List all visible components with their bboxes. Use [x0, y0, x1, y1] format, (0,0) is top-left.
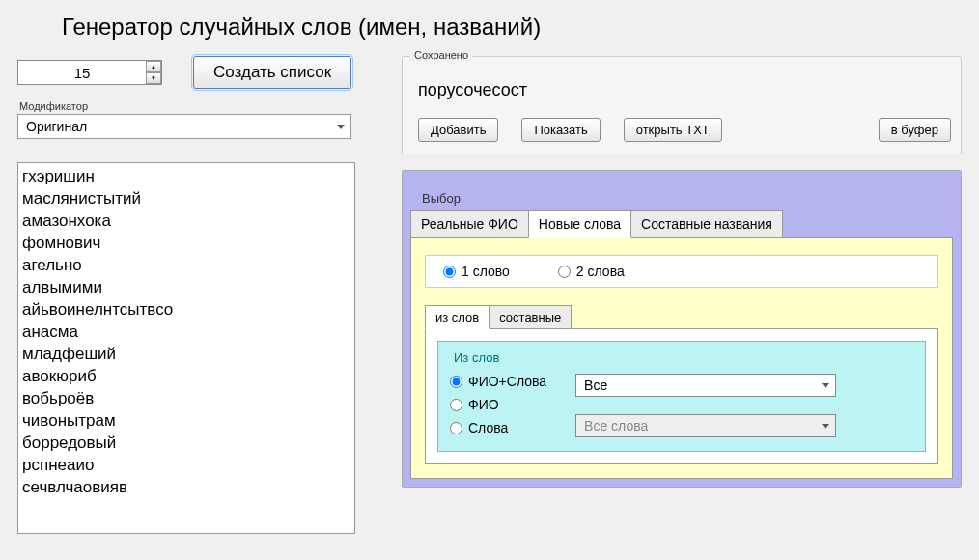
- list-item[interactable]: младфеший: [22, 343, 350, 365]
- tab-body-new-words: 1 слово 2 слова из слов составные Из сло…: [410, 237, 953, 479]
- list-item[interactable]: вобьроёв: [22, 387, 350, 409]
- modifier-label: Модификатор: [19, 100, 394, 112]
- list-item[interactable]: агельно: [22, 254, 350, 276]
- radio-fio-input[interactable]: [450, 399, 462, 411]
- list-item[interactable]: сечвлчаовияв: [22, 476, 350, 498]
- list-item[interactable]: алвымими: [22, 276, 350, 298]
- source-select-all-words: Все слова: [575, 414, 836, 437]
- radio-two-words-input[interactable]: [558, 266, 571, 278]
- chevron-down-icon: [822, 383, 829, 388]
- radio-two-words[interactable]: 2 слова: [558, 264, 625, 279]
- list-item[interactable]: борредовый: [22, 432, 350, 454]
- subtab-from-words[interactable]: из слов: [425, 305, 490, 329]
- source-select-all[interactable]: Все: [575, 374, 836, 397]
- quantity-stepper[interactable]: ▲ ▼: [17, 60, 162, 85]
- list-item[interactable]: фомнович: [22, 232, 350, 254]
- radio-fio-words[interactable]: ФИО+Слова: [450, 374, 546, 389]
- add-button[interactable]: Добавить: [418, 118, 498, 142]
- list-item[interactable]: авокюриб: [22, 365, 350, 387]
- quantity-input[interactable]: [17, 60, 162, 85]
- choice-group-label: Выбор: [418, 191, 464, 206]
- saved-group-label: Сохранено: [410, 49, 472, 61]
- modifier-select[interactable]: Оригинал: [17, 114, 351, 139]
- list-item[interactable]: айьвоинелнтсытвсо: [22, 298, 350, 321]
- list-item[interactable]: чивонытрам: [22, 409, 350, 432]
- tab-new-words[interactable]: Новые слова: [528, 210, 631, 238]
- from-words-group: Из слов ФИО+Слова ФИО Слова Все: [437, 341, 926, 452]
- open-txt-button[interactable]: открыть TXT: [624, 118, 722, 142]
- list-item[interactable]: анасма: [22, 321, 350, 343]
- radio-one-word-input[interactable]: [443, 266, 456, 278]
- chevron-down-icon: [822, 424, 829, 429]
- subtab-body-from-words: Из слов ФИО+Слова ФИО Слова Все: [425, 328, 938, 464]
- radio-words[interactable]: Слова: [450, 420, 546, 435]
- saved-group: Сохранено порусочесост Добавить Показать…: [402, 56, 962, 154]
- radio-words-label: Слова: [468, 420, 508, 435]
- radio-one-word-label: 1 слово: [462, 264, 510, 279]
- to-buffer-button[interactable]: в буфер: [879, 118, 951, 142]
- saved-current-word: порусочесост: [418, 80, 951, 100]
- radio-one-word[interactable]: 1 слово: [443, 264, 510, 279]
- radio-fio-words-input[interactable]: [450, 376, 462, 388]
- radio-words-input[interactable]: [450, 422, 462, 434]
- list-item[interactable]: рспнеаио: [22, 454, 350, 476]
- chevron-down-icon: [337, 125, 345, 129]
- radio-fio[interactable]: ФИО: [450, 397, 546, 412]
- subtab-compound[interactable]: составные: [489, 305, 572, 328]
- choice-group: Выбор Реальные ФИО Новые слова Составные…: [402, 170, 962, 488]
- tab-compound-names[interactable]: Составные названия: [630, 210, 783, 237]
- show-button[interactable]: Показать: [521, 118, 600, 142]
- page-title: Генератор случайных слов (имен, названий…: [62, 14, 979, 41]
- source-select-all-value: Все: [584, 378, 607, 393]
- list-item[interactable]: амазонхока: [22, 210, 350, 232]
- spin-down-icon[interactable]: ▼: [146, 72, 161, 84]
- tab-real-fio[interactable]: Реальные ФИО: [410, 210, 529, 237]
- modifier-select-value: Оригинал: [26, 119, 87, 134]
- generated-word-list[interactable]: гхэришинмаслянистытийамазонхокафомновича…: [17, 162, 355, 534]
- list-item[interactable]: гхэришин: [22, 165, 350, 187]
- source-radio-group: ФИО+Слова ФИО Слова: [450, 374, 546, 435]
- source-select-all-words-value: Все слова: [584, 418, 648, 434]
- radio-fio-label: ФИО: [468, 397, 499, 412]
- word-count-radio-group: 1 слово 2 слова: [425, 255, 938, 288]
- create-list-button[interactable]: Создать список: [193, 56, 351, 89]
- list-item[interactable]: маслянистытий: [22, 187, 350, 210]
- spin-up-icon[interactable]: ▲: [146, 61, 161, 72]
- radio-fio-words-label: ФИО+Слова: [468, 374, 546, 389]
- radio-two-words-label: 2 слова: [576, 264, 625, 279]
- from-words-group-label: Из слов: [450, 350, 503, 365]
